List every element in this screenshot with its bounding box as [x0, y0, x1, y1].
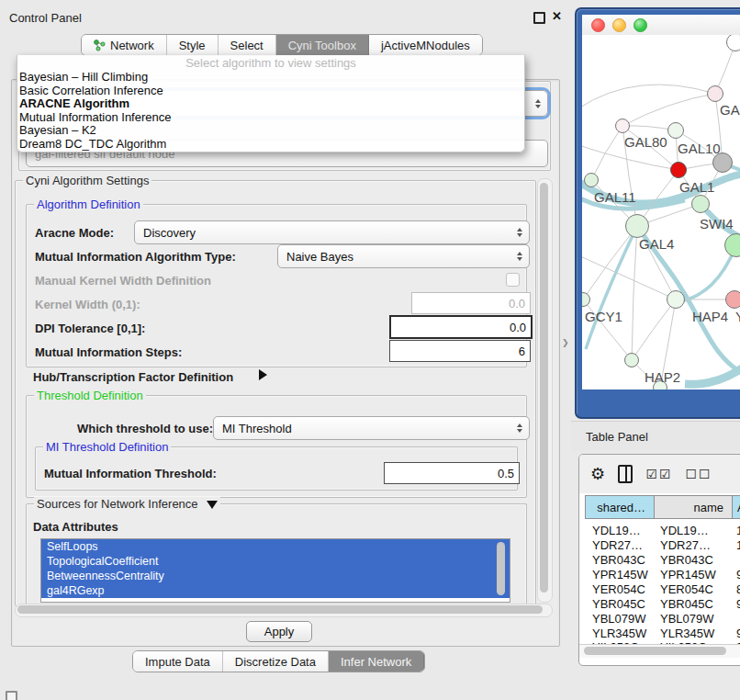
attributes-list-scrollbar[interactable]: [497, 542, 505, 595]
table-cell[interactable]: YPR145W: [592, 568, 648, 581]
table-cell[interactable]: YDL19…: [660, 524, 709, 537]
tab-infer-network[interactable]: Infer Network: [329, 651, 424, 672]
column-header-partial[interactable]: A: [733, 495, 740, 519]
algorithm-dropdown-popup: Select algorithm to view settings Bayesi…: [17, 55, 525, 152]
settings-hscroll-thumb[interactable]: [17, 605, 543, 614]
settings-vscroll-thumb[interactable]: [540, 183, 548, 593]
network-canvas[interactable]: GAL GAL80 GAL10 GAL1 GAL11 SWI4 GAL4 GCY…: [582, 35, 740, 390]
threshold-definition-title: Threshold Definition: [34, 389, 146, 402]
minimize-window-icon[interactable]: [612, 18, 626, 32]
table-panel-titlebar: Table Panel: [571, 421, 740, 451]
network-node-gal10[interactable]: [667, 122, 684, 139]
dropdown-item[interactable]: Bayesian – Hill Climbing: [17, 71, 524, 85]
dropdown-item[interactable]: Dream8 DC_TDC Algorithm: [17, 138, 524, 152]
table-cell[interactable]: YER054C: [660, 582, 713, 596]
table-cell[interactable]: 12: [736, 538, 740, 552]
tab-impute-data[interactable]: Impute Data: [133, 651, 223, 672]
panel-splitter-handle[interactable]: ❯: [562, 338, 569, 347]
table-cell[interactable]: YPR145W: [660, 568, 716, 581]
table-settings-gear-icon[interactable]: ⚙: [590, 466, 605, 482]
table-cell[interactable]: 9.: [736, 627, 740, 640]
mi-type-label: Mutual Information Algorithm Type:: [35, 250, 236, 264]
deselect-all-icon[interactable]: ☐☐: [685, 467, 712, 481]
network-node-gal4[interactable]: [625, 214, 649, 238]
kernel-width-label: Kernel Width (0,1):: [35, 298, 140, 311]
tab-select[interactable]: Select: [219, 35, 276, 55]
data-attributes-list[interactable]: SelfLoops TopologicalCoefficient Between…: [40, 538, 510, 603]
close-panel-icon[interactable]: ✕: [552, 11, 562, 22]
column-header-shared-name[interactable]: shared…: [585, 495, 655, 519]
apply-button[interactable]: Apply: [246, 621, 312, 642]
node-label: GAL1: [679, 179, 714, 195]
network-node-gal80[interactable]: [615, 119, 630, 133]
table-cell[interactable]: YDL19…: [592, 524, 641, 537]
node-label: GAL: [720, 102, 740, 118]
attribute-item-selected[interactable]: SelfLoops: [41, 539, 510, 554]
dpi-tolerance-field[interactable]: 0.0: [389, 315, 533, 339]
mi-steps-field[interactable]: 6: [389, 340, 531, 362]
table-cell[interactable]: YBR045C: [660, 597, 713, 611]
table-cell[interactable]: YER054C: [592, 582, 645, 596]
network-node-gal1[interactable]: [691, 195, 710, 213]
table-hscroll-thumb[interactable]: [584, 647, 726, 655]
dpi-tolerance-label: DPI Tolerance [0,1]:: [35, 322, 145, 335]
table-cell[interactable]: 13: [736, 524, 740, 537]
attribute-item-selected[interactable]: gal4RGexp: [41, 583, 510, 598]
network-node-gal11[interactable]: [584, 173, 599, 187]
table-cell[interactable]: YBL079W: [592, 612, 646, 626]
attribute-item-selected[interactable]: BetweennessCentrality: [41, 569, 510, 583]
maximize-window-icon[interactable]: [633, 18, 647, 32]
table-cell[interactable]: 9.: [736, 597, 740, 611]
network-node-hap2[interactable]: [624, 353, 639, 367]
network-node[interactable]: [726, 35, 740, 51]
table-cell[interactable]: YLR345W: [660, 627, 714, 640]
kernel-width-field[interactable]: 0.0: [411, 292, 531, 314]
mi-threshold-group-title: MI Threshold Definition: [43, 440, 171, 454]
dropdown-item-highlighted[interactable]: ARACNE Algorithm: [17, 97, 524, 111]
table-cell[interactable]: 8.: [736, 582, 740, 596]
network-node-hap4[interactable]: [667, 290, 685, 309]
split-columns-icon[interactable]: [618, 465, 633, 483]
close-window-icon[interactable]: [591, 18, 605, 32]
node-label: GAL11: [594, 189, 636, 205]
table-cell[interactable]: YBR043C: [660, 553, 713, 567]
tab-network[interactable]: Network: [82, 35, 167, 55]
tab-discretize-data[interactable]: Discretize Data: [223, 651, 329, 672]
cyni-mode-tabbar: Impute Data Discretize Data Infer Networ…: [132, 650, 425, 672]
mi-threshold-label: Mutual Information Threshold:: [44, 467, 217, 480]
network-window-titlebar[interactable]: [582, 15, 740, 36]
which-threshold-label: Which threshold to use:: [77, 422, 213, 435]
dropdown-item[interactable]: Basic Correlation Inference: [17, 85, 524, 98]
mi-type-combo[interactable]: Naive Bayes: [277, 244, 530, 268]
combo-arrows-icon: [535, 99, 541, 108]
table-cell[interactable]: YBR045C: [592, 597, 645, 611]
tab-style[interactable]: Style: [167, 35, 219, 55]
column-header-name[interactable]: name: [655, 495, 733, 519]
table-cell[interactable]: YDR27…: [660, 538, 711, 552]
tab-cyni-toolbox[interactable]: Cyni Toolbox: [276, 35, 369, 55]
dropdown-item[interactable]: Bayesian – K2: [17, 124, 524, 138]
which-threshold-combo[interactable]: MI Threshold: [213, 416, 530, 440]
network-node[interactable]: [707, 85, 723, 102]
table-cell[interactable]: YLR345W: [592, 627, 646, 640]
attribute-item-selected[interactable]: TopologicalCoefficient: [41, 554, 510, 569]
table-cell[interactable]: YDR27…: [592, 538, 643, 552]
dock-mini-icon[interactable]: [6, 691, 17, 700]
tab-jactivemnodules[interactable]: jActiveMNodules: [369, 35, 482, 55]
network-node[interactable]: [725, 290, 740, 309]
sources-collapse-icon[interactable]: [207, 501, 218, 509]
aracne-mode-value: Discovery: [143, 226, 196, 240]
table-cell[interactable]: YBL079W: [660, 612, 714, 626]
manual-kernel-label: Manual Kernel Width Definition: [35, 274, 211, 288]
table-cell[interactable]: YBR043C: [592, 553, 645, 567]
mi-threshold-field[interactable]: 0.5: [384, 462, 520, 484]
aracne-mode-combo[interactable]: Discovery: [134, 220, 530, 244]
select-all-icon[interactable]: ☑☑: [645, 467, 672, 481]
dropdown-item[interactable]: Mutual Information Inference: [17, 111, 524, 125]
table-cell[interactable]: 9.: [736, 568, 740, 581]
hub-expander-icon[interactable]: [259, 369, 267, 380]
float-window-icon[interactable]: [533, 12, 545, 24]
manual-kernel-checkbox[interactable]: [506, 273, 520, 287]
network-node-selected[interactable]: [670, 162, 687, 178]
tab-network-label: Network: [110, 39, 154, 52]
